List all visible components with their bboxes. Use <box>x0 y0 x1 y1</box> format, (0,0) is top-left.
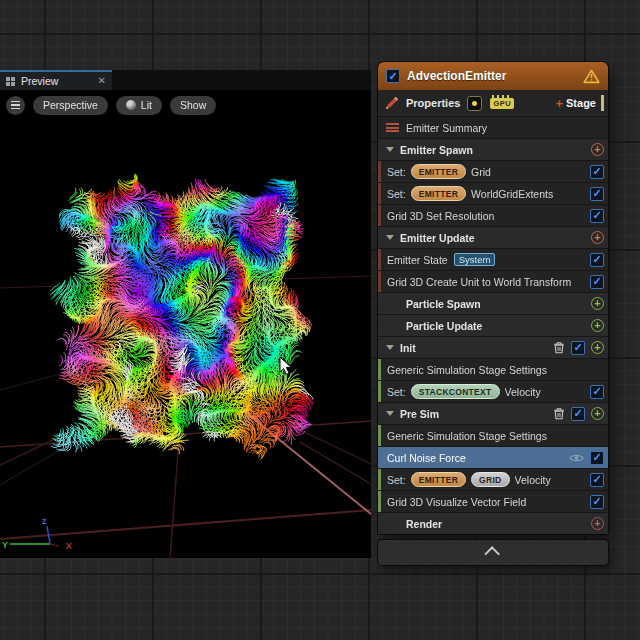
enabled-checkbox[interactable]: ✓ <box>590 187 604 201</box>
stack-row-emitter-summary[interactable]: Emitter Summary <box>378 117 608 138</box>
emitter-header[interactable]: ✓ AdvectionEmitter <box>378 62 608 90</box>
scope-accent-stripe <box>378 381 381 402</box>
row-label: WorldGridExtents <box>471 188 553 200</box>
add-module-icon[interactable]: + <box>591 231 604 244</box>
emitter-title: AdvectionEmitter <box>407 69 576 83</box>
add-module-icon[interactable]: + <box>591 407 604 420</box>
niagara-graph-background[interactable]: { "preview": { "tab_label": "Preview", "… <box>0 0 640 640</box>
row-label: Velocity <box>515 474 551 486</box>
row-label: Pre Sim <box>400 408 439 420</box>
stack-row-velocity[interactable]: Set:EMITTERGRIDVelocity✓ <box>378 469 608 490</box>
scope-accent-stripe <box>378 469 381 490</box>
row-label: Emitter Spawn <box>400 144 473 156</box>
stack-row-generic-simulation-stage-settings[interactable]: Generic Simulation Stage Settings <box>378 359 608 380</box>
namespace-badge-stackcontext: STACKCONTEXT <box>411 384 500 399</box>
stack-row-properties[interactable]: Properties GPU + Stage <box>378 90 608 116</box>
preview-viewport-canvas <box>0 90 371 558</box>
preview-tabbar: Preview ✕ <box>0 70 371 90</box>
enabled-checkbox[interactable]: ✓ <box>590 253 604 267</box>
collapse-triangle-icon[interactable] <box>386 411 394 416</box>
add-stage-plus-icon: + <box>555 97 563 110</box>
scope-accent-stripe <box>378 425 381 446</box>
row-label: Particle Spawn <box>406 298 481 310</box>
scope-accent-stripe <box>378 491 381 512</box>
viewport-menu-button[interactable] <box>6 96 25 115</box>
close-icon[interactable]: ✕ <box>98 76 106 86</box>
add-module-icon[interactable]: + <box>591 517 604 530</box>
scalability-dot-badge[interactable] <box>467 96 482 111</box>
delete-stage-icon[interactable] <box>553 407 565 420</box>
collapse-triangle-icon[interactable] <box>386 345 394 350</box>
scope-accent-stripe <box>378 161 381 182</box>
summary-list-icon <box>386 123 399 132</box>
enabled-checkbox[interactable]: ✓ <box>590 451 604 465</box>
perspective-button[interactable]: Perspective <box>33 96 108 115</box>
add-module-icon[interactable]: + <box>591 297 604 310</box>
stack-row-pre-sim[interactable]: Pre Sim✓+ <box>378 403 608 424</box>
set-prefix-label: Set: <box>387 166 406 178</box>
row-label: Emitter Summary <box>406 122 487 134</box>
row-label: Curl Noise Force <box>387 452 466 464</box>
stack-row-generic-simulation-stage-settings[interactable]: Generic Simulation Stage Settings <box>378 425 608 446</box>
add-stage-button[interactable]: + Stage <box>555 97 596 110</box>
stack-row-emitter-spawn[interactable]: Emitter Spawn+ <box>378 139 608 160</box>
stack-row-emitter-update[interactable]: Emitter Update+ <box>378 227 608 248</box>
stack-row-grid[interactable]: Set:EMITTERGrid✓ <box>378 161 608 182</box>
enabled-checkbox[interactable]: ✓ <box>590 495 604 509</box>
row-label: Velocity <box>505 386 541 398</box>
add-module-icon[interactable]: + <box>591 341 604 354</box>
stack-row-worldgridextents[interactable]: Set:EMITTERWorldGridExtents✓ <box>378 183 608 204</box>
collapse-triangle-icon[interactable] <box>386 235 394 240</box>
warning-icon[interactable] <box>583 69 600 84</box>
set-prefix-label: Set: <box>387 474 406 486</box>
enabled-checkbox[interactable]: ✓ <box>590 275 604 289</box>
add-module-icon[interactable]: + <box>591 143 604 156</box>
delete-stage-icon[interactable] <box>553 341 565 354</box>
show-label: Show <box>180 99 206 111</box>
lit-mode-button[interactable]: Lit <box>116 96 162 115</box>
show-button[interactable]: Show <box>170 96 216 115</box>
stack-row-grid-3d-set-resolution[interactable]: Grid 3D Set Resolution✓ <box>378 205 608 226</box>
row-label: Init <box>400 342 416 354</box>
row-label: Grid 3D Create Unit to World Transform <box>387 276 571 288</box>
viewport-layout-icon <box>6 77 15 86</box>
stack-row-curl-noise-force[interactable]: Curl Noise Force✓ <box>378 447 608 468</box>
scope-accent-stripe <box>378 271 381 292</box>
collapse-triangle-icon[interactable] <box>386 147 394 152</box>
enabled-checkbox[interactable]: ✓ <box>571 341 585 355</box>
emitter-enabled-checkbox[interactable]: ✓ <box>386 69 400 83</box>
stage-marker-bar <box>601 95 604 111</box>
enabled-checkbox[interactable]: ✓ <box>590 165 604 179</box>
scope-accent-stripe <box>378 359 381 380</box>
row-label: Generic Simulation Stage Settings <box>387 430 547 442</box>
enabled-checkbox[interactable]: ✓ <box>571 407 585 421</box>
collapse-panel-button[interactable] <box>378 540 608 565</box>
row-label: Render <box>406 518 442 530</box>
enabled-checkbox[interactable]: ✓ <box>590 473 604 487</box>
row-label: Emitter State <box>387 254 448 266</box>
row-label: Grid <box>471 166 491 178</box>
stack-row-particle-update[interactable]: Particle Update+ <box>378 315 608 336</box>
scope-accent-stripe <box>378 183 381 204</box>
stack-row-velocity[interactable]: Set:STACKCONTEXTVelocity✓ <box>378 381 608 402</box>
scope-accent-stripe <box>378 249 381 270</box>
stack-row-render[interactable]: Render+ <box>378 513 608 534</box>
tab-preview[interactable]: Preview ✕ <box>0 70 112 90</box>
visibility-eye-icon[interactable] <box>569 453 584 463</box>
add-module-icon[interactable]: + <box>591 319 604 332</box>
stack-row-grid-3d-create-unit-to-world-transform[interactable]: Grid 3D Create Unit to World Transform✓ <box>378 271 608 292</box>
stack-row-particle-spawn[interactable]: Particle Spawn+ <box>378 293 608 314</box>
mouse-cursor <box>279 356 293 376</box>
stack-row-init[interactable]: Init✓+ <box>378 337 608 358</box>
namespace-badge-emitter: EMITTER <box>411 472 466 487</box>
row-label: Particle Update <box>406 320 482 332</box>
enabled-checkbox[interactable]: ✓ <box>590 385 604 399</box>
stack-row-emitter-state[interactable]: Emitter StateSystem✓ <box>378 249 608 270</box>
preview-viewport-window[interactable]: Preview ✕ Perspective Lit Show <box>0 70 371 558</box>
tab-preview-label: Preview <box>21 75 92 87</box>
namespace-badge-grid: GRID <box>471 472 509 487</box>
row-label: Grid 3D Visualize Vector Field <box>387 496 526 508</box>
namespace-badge-emitter: EMITTER <box>411 186 466 201</box>
enabled-checkbox[interactable]: ✓ <box>590 209 604 223</box>
stack-row-grid-3d-visualize-vector-field[interactable]: Grid 3D Visualize Vector Field✓ <box>378 491 608 512</box>
